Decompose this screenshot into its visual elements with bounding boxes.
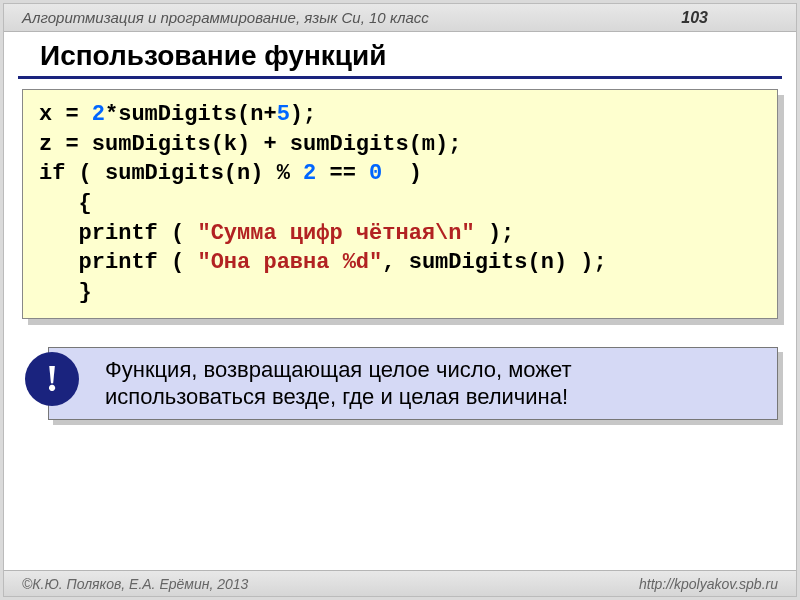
code-text: printf ( [39,221,197,246]
code-text: *sumDigits(n+ [105,102,277,127]
footer-bar: ©К.Ю. Поляков, Е.А. Ерёмин, 2013 http://… [4,570,796,596]
exclamation-icon: ! [25,352,79,406]
footer-url: http://kpolyakov.spb.ru [639,576,778,592]
code-text: printf ( [39,250,197,275]
code-text: { [39,191,92,216]
code-text: , sumDigits(n) ); [382,250,606,275]
header-bar: Алгоритмизация и программирование, язык … [4,4,796,32]
code-text: if ( sumDigits(n) % [39,161,303,186]
code-text: ) [382,161,422,186]
course-label: Алгоритмизация и программирование, язык … [22,9,429,26]
callout-line: Функция, возвращающая целое число, может [105,356,761,384]
slide-title: Использование функций [18,32,782,79]
authors-label: ©К.Ю. Поляков, Е.А. Ерёмин, 2013 [22,576,248,592]
code-wrap: x = 2*sumDigits(n+5); z = sumDigits(k) +… [22,89,778,319]
code-text: == [316,161,369,186]
callout-box: ! Функция, возвращающая целое число, мож… [48,347,778,420]
code-text: } [39,280,92,305]
slide: Алгоритмизация и программирование, язык … [3,3,797,597]
code-number: 0 [369,161,382,186]
callout: ! Функция, возвращающая целое число, мож… [48,347,778,420]
code-string: "Сумма цифр чётная\n" [197,221,474,246]
code-text: x = [39,102,92,127]
code-number: 5 [277,102,290,127]
code-text: ); [290,102,316,127]
code-text: z = sumDigits(k) + sumDigits(m); [39,132,461,157]
authors-text: К.Ю. Поляков, Е.А. Ерёмин, 2013 [32,576,248,592]
code-text: ); [475,221,515,246]
code-number: 2 [303,161,316,186]
code-string: "Она равна %d" [197,250,382,275]
callout-line: использоваться везде, где и целая величи… [105,383,761,411]
code-block: x = 2*sumDigits(n+5); z = sumDigits(k) +… [22,89,778,319]
code-number: 2 [92,102,105,127]
page-number: 103 [681,9,708,27]
